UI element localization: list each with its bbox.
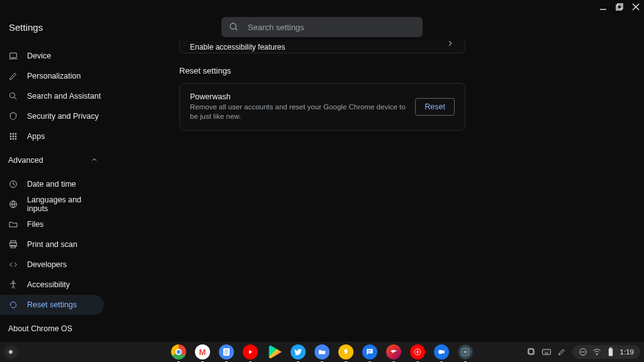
sidebar: Device Personalization Search and Assist… [0, 41, 107, 342]
minimize-button[interactable] [599, 3, 608, 11]
sidebar-item-apps[interactable]: Apps [0, 126, 104, 146]
sidebar-advanced-toggle[interactable]: Advanced [0, 149, 107, 172]
sidebar-item-about[interactable]: About Chrome OS [0, 319, 107, 339]
sidebar-item-label: Security and Privacy [27, 112, 99, 121]
globe-icon [8, 199, 18, 209]
app-play-store[interactable] [267, 344, 282, 359]
sidebar-item-personalization[interactable]: Personalization [0, 66, 104, 86]
svg-point-9 [10, 93, 15, 98]
svg-point-52 [596, 354, 597, 355]
screenshot-icon[interactable] [527, 348, 536, 356]
app-stadia[interactable] [386, 344, 401, 359]
maximize-button[interactable] [615, 3, 624, 11]
svg-point-15 [13, 136, 14, 137]
svg-point-5 [230, 23, 236, 29]
app-youtube-music[interactable] [410, 344, 425, 359]
app-duo[interactable] [434, 344, 449, 359]
sidebar-item-label: Reset settings [27, 300, 77, 309]
status-pill[interactable]: 1:19 [572, 345, 640, 359]
svg-point-29 [13, 281, 14, 283]
svg-point-13 [15, 133, 16, 134]
svg-rect-44 [542, 349, 550, 354]
search-box[interactable] [221, 17, 423, 37]
app-chrome[interactable] [171, 344, 186, 359]
accessibility-card[interactable]: Enable accessibility features [179, 41, 465, 53]
app-settings[interactable] [458, 344, 473, 359]
svg-marker-34 [249, 350, 252, 354]
svg-rect-7 [10, 53, 17, 57]
keyboard-icon[interactable] [542, 348, 551, 356]
app-youtube[interactable] [243, 344, 258, 359]
search-icon [8, 91, 18, 101]
svg-point-18 [13, 138, 14, 140]
window-titlebar [0, 0, 644, 13]
sidebar-item-developers[interactable]: Developers [0, 255, 104, 275]
svg-line-6 [235, 28, 237, 30]
sidebar-item-date-time[interactable]: Date and time [0, 174, 104, 194]
chevron-up-icon [91, 156, 98, 165]
chevron-right-icon [446, 39, 455, 50]
svg-point-19 [15, 138, 16, 140]
sidebar-item-languages-inputs[interactable]: Languages and inputs [0, 194, 104, 214]
svg-rect-54 [609, 348, 611, 349]
sidebar-item-label: Device [27, 52, 51, 60]
launcher-button[interactable] [3, 344, 19, 360]
app-header: Settings [0, 13, 644, 41]
svg-rect-53 [608, 348, 612, 356]
svg-line-22 [13, 184, 15, 185]
laptop-icon [8, 51, 18, 61]
launcher-icon [9, 350, 13, 354]
wifi-icon [592, 348, 601, 356]
powerwash-card: Powerwash Remove all user accounts and r… [179, 83, 465, 131]
sidebar-item-search-assistant[interactable]: Search and Assistant [0, 86, 104, 106]
svg-point-12 [13, 133, 14, 134]
sidebar-item-label: Search and Assistant [27, 92, 101, 101]
shelf: M 1:19 [0, 342, 644, 362]
status-area: 1:19 [527, 345, 640, 359]
sidebar-item-label: Accessibility [27, 280, 70, 289]
folder-icon [8, 219, 18, 229]
sidebar-item-reset-settings[interactable]: Reset settings [0, 295, 104, 315]
sidebar-item-print-scan[interactable]: Print and scan [0, 234, 104, 255]
reset-button[interactable]: Reset [415, 98, 455, 116]
sidebar-item-label: Personalization [27, 72, 80, 80]
printer-icon [8, 239, 18, 250]
svg-point-41 [464, 351, 467, 353]
app-docs[interactable] [219, 344, 234, 359]
clock-icon [8, 179, 18, 189]
accessibility-icon [8, 280, 18, 290]
app-gmail[interactable]: M [195, 344, 210, 359]
svg-point-14 [10, 136, 11, 137]
svg-rect-1 [618, 4, 623, 9]
close-button[interactable] [631, 3, 640, 11]
apps-grid-icon [8, 131, 18, 141]
app-messages[interactable] [362, 344, 377, 359]
page-title: Settings [0, 22, 43, 33]
svg-marker-38 [417, 351, 419, 354]
notification-dnd-icon [579, 348, 587, 356]
sidebar-item-label: Date and time [27, 180, 76, 189]
svg-rect-39 [438, 350, 442, 354]
sidebar-item-files[interactable]: Files [0, 214, 104, 234]
sidebar-item-security-privacy[interactable]: Security and Privacy [0, 106, 104, 126]
search-input[interactable] [248, 23, 415, 32]
stylus-icon[interactable] [557, 348, 566, 356]
sidebar-item-label: Files [27, 220, 43, 229]
svg-rect-2 [616, 5, 621, 10]
reset-section-title: Reset settings [179, 66, 465, 75]
app-twitter[interactable] [291, 344, 306, 359]
svg-marker-40 [443, 350, 445, 354]
search-icon [229, 22, 239, 32]
sidebar-item-device[interactable]: Device [0, 46, 104, 66]
sidebar-item-label: Apps [27, 132, 45, 141]
svg-point-16 [15, 136, 16, 137]
sidebar-item-label: Languages and inputs [27, 195, 104, 213]
shield-icon [8, 111, 18, 121]
main-content: Enable accessibility features Reset sett… [107, 41, 644, 342]
sidebar-item-accessibility[interactable]: Accessibility [0, 275, 104, 295]
app-files[interactable] [314, 344, 330, 359]
powerwash-title: Powerwash [190, 92, 415, 101]
app-keep[interactable] [338, 344, 353, 359]
sidebar-item-label: Developers [27, 260, 67, 269]
accessibility-label: Enable accessibility features [190, 43, 285, 52]
